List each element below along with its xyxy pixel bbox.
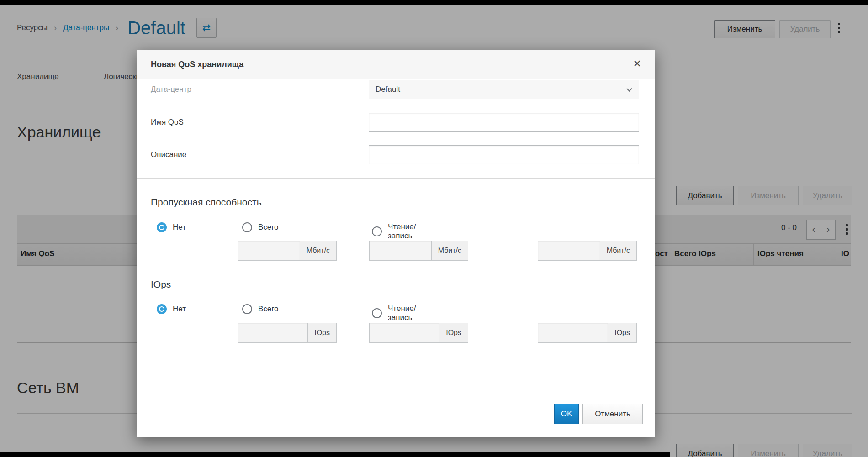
throughput-read-unit: Мбит/с xyxy=(431,241,468,260)
throughput-radio-total[interactable]: Всего xyxy=(242,222,279,232)
datacenter-label: Дата-центр xyxy=(151,80,191,99)
dialog-title: Новая QoS хранилища xyxy=(151,50,243,79)
iops-read-group: IOps xyxy=(369,323,468,343)
throughput-read-group: Мбит/с xyxy=(369,241,468,261)
iops-write-group: IOps xyxy=(538,323,637,343)
iops-total-group: IOps xyxy=(238,323,337,343)
iops-write-input[interactable] xyxy=(538,323,608,342)
throughput-write-input[interactable] xyxy=(538,241,600,260)
iops-radio-total[interactable]: Всего xyxy=(242,304,279,314)
dialog-header: Новая QoS хранилища ✕ xyxy=(137,50,655,79)
radio-unselected-icon xyxy=(372,308,382,318)
iops-read-unit: IOps xyxy=(439,323,468,342)
throughput-radio-readwrite[interactable]: Чтение/запись xyxy=(372,222,416,241)
form-divider xyxy=(137,178,655,179)
throughput-radio-none[interactable]: Нет xyxy=(157,222,186,232)
close-icon[interactable]: ✕ xyxy=(633,57,641,71)
datacenter-select[interactable]: Default xyxy=(369,80,639,99)
iops-radio-none[interactable]: Нет xyxy=(157,304,186,314)
throughput-total-input[interactable] xyxy=(238,241,300,260)
radio-unselected-icon xyxy=(242,304,252,314)
iops-total-unit: IOps xyxy=(307,323,336,342)
description-label: Описание xyxy=(151,145,186,164)
iops-heading: IOps xyxy=(151,279,171,290)
iops-read-input[interactable] xyxy=(370,323,439,342)
radio-unselected-icon xyxy=(242,222,252,232)
throughput-heading: Пропускная способность xyxy=(151,197,262,208)
throughput-total-unit: Мбит/с xyxy=(300,241,336,260)
datacenter-select-value: Default xyxy=(376,85,400,94)
iops-radio-readwrite[interactable]: Чтение/запись xyxy=(372,304,416,322)
cancel-button[interactable]: Отменить xyxy=(582,404,643,424)
throughput-total-group: Мбит/с xyxy=(238,241,337,261)
iops-write-unit: IOps xyxy=(608,323,636,342)
radio-selected-icon xyxy=(157,222,167,232)
throughput-write-unit: Мбит/с xyxy=(600,241,636,260)
throughput-read-input[interactable] xyxy=(370,241,431,260)
qos-name-input[interactable] xyxy=(369,113,639,132)
radio-selected-icon xyxy=(157,304,167,314)
throughput-write-group: Мбит/с xyxy=(538,241,637,261)
radio-unselected-icon xyxy=(372,226,382,236)
footer-divider xyxy=(137,394,655,394)
description-input[interactable] xyxy=(369,145,639,164)
iops-total-input[interactable] xyxy=(238,323,307,342)
chevron-down-icon xyxy=(626,86,632,92)
new-storage-qos-dialog: Новая QoS хранилища ✕ Дата-центр Default… xyxy=(137,50,655,437)
qos-name-label: Имя QoS xyxy=(151,113,184,132)
ok-button[interactable]: OK xyxy=(554,404,579,424)
